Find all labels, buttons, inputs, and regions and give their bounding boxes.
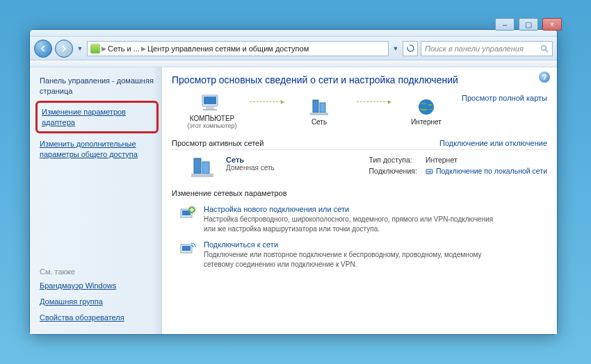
map-node-sublabel: (этот компьютер) (187, 122, 236, 129)
control-panel-window: ▼ ▶ Сеть и ... ▶ Центр управления сетями… (29, 29, 558, 335)
minimize-button[interactable]: – (495, 18, 515, 31)
sidebar: Панель управления - домашняя страница Из… (30, 67, 162, 334)
change-settings-list: Настройка нового подключения или сети На… (179, 205, 547, 269)
internet-options-link[interactable]: Свойства обозревателя (40, 313, 154, 323)
lan-connection-link[interactable]: Подключение по локальной сети (426, 167, 547, 175)
breadcrumb-item-2[interactable]: Центр управления сетями и общим доступом (147, 44, 309, 53)
setup-new-connection-item[interactable]: Настройка нового подключения или сети На… (179, 205, 547, 233)
connect-to-network-item[interactable]: Подключиться к сети Подключение или повт… (179, 240, 547, 269)
task-title: Подключиться к сети (204, 240, 496, 249)
access-type-value: Интернет (426, 156, 547, 164)
task-description: Подключение или повторное подключение к … (204, 250, 496, 269)
svg-rect-7 (320, 103, 325, 113)
network-type: Доменная сеть (226, 164, 275, 172)
svg-point-0 (542, 45, 547, 50)
network-name: Сеть (226, 156, 275, 164)
network-info[interactable]: Сеть Доменная сеть (226, 156, 275, 172)
active-networks-header: Просмотр активных сетей Подключение или … (172, 139, 547, 150)
svg-rect-15 (429, 171, 430, 173)
network-center-icon (90, 44, 100, 53)
svg-rect-16 (430, 171, 431, 173)
main-content: ? Просмотр основных сведений о сети и на… (162, 67, 557, 334)
highlight-annotation: Изменение параметров адаптера (35, 101, 159, 134)
network-icon (309, 97, 330, 118)
search-icon (540, 44, 549, 53)
nav-back-button[interactable] (34, 40, 52, 58)
connections-label: Подключения: (369, 167, 417, 175)
firewall-link[interactable]: Брандмауэр Windows (40, 281, 154, 291)
advanced-sharing-link[interactable]: Изменить дополнительные параметры общего… (40, 139, 154, 160)
map-node-computer[interactable]: КОМПЬЮТЕР (этот компьютер) (180, 94, 244, 129)
connect-network-icon (179, 240, 197, 257)
map-node-label: КОМПЬЮТЕР (190, 115, 235, 122)
page-title: Просмотр основных сведений о сети и наст… (172, 74, 547, 85)
connect-disconnect-link[interactable]: Подключение или отключение (439, 139, 547, 147)
map-node-internet[interactable]: Интернет (394, 97, 458, 126)
domain-network-icon (191, 156, 216, 179)
nav-forward-button[interactable] (55, 40, 73, 58)
change-settings-header: Изменение сетевых параметров (172, 189, 547, 199)
lan-connection-text: Подключение по локальной сети (436, 167, 547, 175)
svg-rect-12 (191, 174, 213, 177)
network-map: КОМПЬЮТЕР (этот компьютер) Сеть (172, 94, 547, 129)
svg-rect-10 (194, 158, 201, 174)
nav-history-dropdown[interactable]: ▼ (76, 40, 84, 57)
map-connector (250, 101, 282, 102)
svg-rect-11 (202, 162, 209, 174)
svg-rect-3 (204, 97, 216, 104)
globe-icon (416, 97, 437, 118)
chevron-right-icon: ▶ (102, 45, 106, 52)
new-connection-icon (179, 205, 197, 222)
map-node-label: Сеть (311, 118, 327, 126)
section-title: Просмотр активных сетей (172, 139, 264, 147)
close-button[interactable]: × (542, 18, 562, 31)
breadcrumb[interactable]: ▶ Сеть и ... ▶ Центр управления сетями и… (87, 41, 389, 56)
control-panel-home-link[interactable]: Панель управления - домашняя страница (40, 76, 154, 97)
search-placeholder: Поиск в панели управления (425, 44, 524, 53)
maximize-button[interactable]: ▢ (519, 18, 538, 31)
network-details: Тип доступа: Интернет Подключения: Подкл… (369, 156, 547, 175)
see-also-label: См. также (40, 267, 154, 276)
svg-rect-14 (428, 171, 428, 173)
refresh-button[interactable] (403, 41, 418, 56)
section-title: Изменение сетевых параметров (172, 189, 287, 197)
active-network-row: Сеть Доменная сеть Тип доступа: Интернет… (191, 156, 547, 179)
view-full-map-link[interactable]: Просмотр полной карты (462, 94, 547, 102)
change-adapter-link[interactable]: Изменение параметров адаптера (42, 107, 152, 128)
breadcrumb-dropdown[interactable]: ▼ (391, 40, 400, 57)
toolbar-strip (30, 60, 557, 67)
task-title: Настройка нового подключения или сети (204, 205, 496, 213)
search-input[interactable]: Поиск в панели управления (421, 41, 553, 56)
help-icon[interactable]: ? (539, 72, 550, 83)
address-bar: ▼ ▶ Сеть и ... ▶ Центр управления сетями… (30, 37, 557, 60)
svg-rect-21 (182, 246, 191, 251)
svg-line-1 (546, 49, 548, 51)
homegroup-link[interactable]: Домашняя группа (40, 297, 154, 307)
map-node-network[interactable]: Сеть (287, 97, 351, 126)
breadcrumb-item-1[interactable]: Сеть и ... (108, 44, 140, 53)
svg-rect-8 (310, 113, 328, 115)
svg-point-9 (419, 99, 434, 115)
map-connector (357, 101, 389, 102)
svg-rect-6 (313, 100, 318, 113)
computer-icon (200, 94, 224, 115)
maximize-glyph: ▢ (525, 20, 532, 29)
map-node-label: Интернет (411, 118, 442, 126)
ethernet-icon (426, 167, 433, 175)
access-type-label: Тип доступа: (369, 156, 417, 164)
svg-rect-5 (203, 109, 217, 110)
titlebar (30, 30, 557, 37)
task-description: Настройка беспроводного, широкополосного… (204, 215, 496, 233)
chevron-right-icon: ▶ (141, 45, 146, 52)
svg-rect-4 (206, 107, 214, 109)
close-glyph: × (550, 20, 554, 28)
minimize-glyph: – (503, 20, 507, 28)
